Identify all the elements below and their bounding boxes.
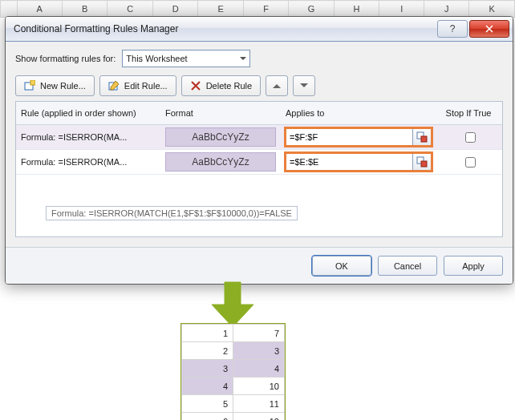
svg-rect-1 [30,80,35,85]
col-format: Format [165,108,286,118]
formula-tooltip: Formula: =ISERROR(MATCH(E1,$F$1:$F$10000… [46,206,298,220]
cell[interactable]: 4 [233,360,285,378]
col-header[interactable]: G [289,1,335,18]
help-button[interactable]: ? [437,20,468,38]
arrow-down-icon [209,281,257,329]
cancel-button[interactable]: Cancel [378,256,437,276]
cell[interactable]: 7 [233,325,285,342]
rule-row[interactable]: Formula: =ISERROR(MA... AaBbCcYyZz [16,125,502,150]
cell[interactable]: 10 [233,378,285,395]
cell[interactable]: 3 [233,342,285,360]
apply-button[interactable]: Apply [444,256,503,276]
scope-value: This Worksheet [126,54,187,63]
chevron-down-icon [240,57,246,63]
stop-if-true-checkbox[interactable] [465,157,476,168]
applies-to-input[interactable] [286,153,432,171]
format-preview: AaBbCcYyZz [165,127,276,147]
delete-icon [190,80,201,91]
stop-if-true-checkbox[interactable] [465,132,476,143]
edit-rule-button[interactable]: Edit Rule... [99,75,176,96]
rules-header-row: Rule (applied in order shown) Format App… [16,102,502,125]
format-preview: AaBbCcYyZz [165,152,276,172]
cell[interactable]: 4 [182,378,233,395]
cell[interactable]: 3 [182,360,233,378]
new-rule-button[interactable]: New Rule... [15,75,95,96]
cell[interactable]: 2 [182,342,233,360]
move-up-button[interactable] [266,75,288,96]
move-down-button[interactable] [293,75,315,96]
col-header[interactable]: F [243,1,288,18]
titlebar: Conditional Formatting Rules Manager ? [6,17,513,42]
dialog-button-bar: OK Cancel Apply [6,247,513,284]
close-button[interactable] [469,20,509,38]
triangle-up-icon [273,80,281,88]
new-rule-icon [24,80,35,91]
svg-rect-6 [421,161,427,167]
cell[interactable]: 11 [233,395,285,413]
rule-label: Formula: =ISERROR(MA... [21,157,165,167]
col-header[interactable]: H [334,1,379,18]
cell[interactable]: 1 [182,325,233,342]
col-header[interactable]: C [107,1,152,18]
col-header[interactable]: I [379,1,424,18]
svg-rect-4 [421,136,427,142]
show-rules-label: Show formatting rules for: [15,54,116,63]
delete-rule-button[interactable]: Delete Rule [181,75,261,96]
dialog-title: Conditional Formatting Rules Manager [14,23,436,34]
range-picker-icon [416,156,428,168]
cell[interactable]: 6 [182,413,233,421]
col-header[interactable]: D [152,1,197,18]
applies-to-field[interactable] [286,128,413,146]
range-picker-button[interactable] [413,153,432,171]
col-applies: Applies to [286,108,438,118]
col-header[interactable]: E [198,1,243,18]
col-rule: Rule (applied in order shown) [21,108,165,118]
cell[interactable]: 5 [182,395,233,413]
result-range: 172334410511612 [181,324,285,420]
rule-row[interactable]: Formula: =ISERROR(MA... AaBbCcYyZz [16,150,502,175]
edit-rule-icon [108,80,120,91]
triangle-down-icon [300,83,308,91]
scope-dropdown[interactable]: This Worksheet [122,50,250,67]
col-header[interactable]: K [469,1,515,18]
col-header[interactable]: B [62,1,107,18]
cell[interactable]: 12 [233,413,285,421]
rules-manager-dialog: Conditional Formatting Rules Manager ? S… [5,16,513,285]
ok-button[interactable]: OK [312,256,371,276]
col-header[interactable]: J [424,1,469,18]
rule-label: Formula: =ISERROR(MA... [21,132,165,142]
applies-to-field[interactable] [286,153,413,171]
col-stop: Stop If True [438,108,502,118]
range-picker-button[interactable] [413,128,432,146]
col-header[interactable]: A [17,1,62,18]
spreadsheet-grid: A B C D E F G H I J K [0,0,515,18]
range-picker-icon [416,131,428,143]
applies-to-input[interactable] [286,128,432,146]
